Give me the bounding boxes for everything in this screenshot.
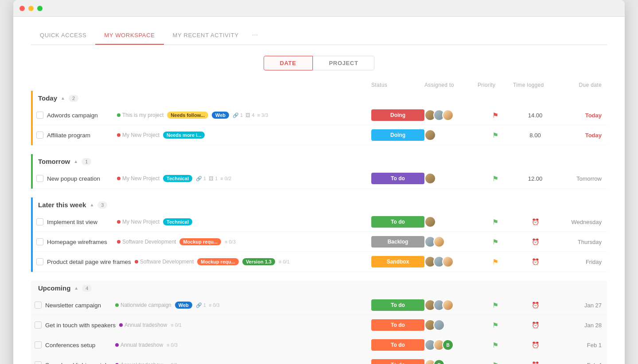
tasks-list: New popup creationMy New ProjectTechnica… [31,169,607,189]
task-info: Product detail page wire framesSoftware … [47,258,371,265]
priority-flag-icon: ⚑ [492,131,498,139]
section-title: Today [38,94,57,102]
task-meta: ≡ 0/1 [171,322,182,328]
task-tag[interactable]: Needs more i... [163,132,205,139]
task-name: New popup creation [47,175,113,182]
tab-quick-access[interactable]: QUICK ACCESS [31,27,95,44]
project-ref: Annual tradeshow [119,322,167,328]
task-checkbox[interactable] [35,321,42,329]
status-cell[interactable]: Doing [371,109,424,121]
time-logged-cell: ⏰ [513,341,557,349]
assigned-cell: B [424,359,478,364]
table-row: Conferences setupAnnual tradeshow≡ 0/3To… [31,335,607,355]
tab-more-button[interactable]: ··· [248,26,262,44]
due-date-cell: Today [557,112,602,119]
status-cell[interactable]: Doing [371,129,424,141]
task-checkbox[interactable] [36,175,43,182]
clock-icon: ⏰ [532,341,539,349]
task-checkbox[interactable] [36,132,43,139]
priority-cell[interactable]: ⚑ [478,174,513,183]
task-meta: ≡ 0/3 [225,239,236,244]
priority-cell[interactable]: ⚑ [478,301,513,310]
clock-icon: ⏰ [532,321,539,329]
project-ref: My New Project [117,132,160,138]
due-date-cell: Today [557,132,602,139]
task-name: Conferences setup [45,342,112,349]
chevron-icon[interactable]: ▲ [74,159,78,164]
task-checkbox[interactable] [36,238,43,245]
close-dot[interactable] [19,6,25,11]
task-name: Product detail page wire frames [47,259,131,265]
task-checkbox[interactable] [35,361,42,364]
table-row: Get in touch with speakersAnnual tradesh… [31,315,607,335]
task-checkbox[interactable] [35,302,42,309]
chevron-icon[interactable]: ▲ [61,96,65,101]
status-badge: To do [371,216,424,228]
task-info: Homepage wireframesSoftware DevelopmentM… [47,238,371,245]
tasks-list: Implement list viewMy New ProjectTechnic… [31,212,607,272]
assigned-cell [424,319,478,331]
assigned-cell: B [424,339,478,351]
priority-cell[interactable]: ⚑ [478,258,513,266]
project-ref: Software Development [117,239,176,245]
status-cell[interactable]: To do [371,319,424,331]
project-ref: Software Development [135,259,194,265]
minimize-dot[interactable] [28,6,34,11]
priority-cell[interactable]: ⚑ [478,111,513,120]
task-tag[interactable]: Needs follow... [167,112,208,119]
status-cell[interactable]: Backlog [371,236,424,248]
chevron-icon[interactable]: ▲ [74,286,78,290]
priority-flag-icon: ⚑ [492,301,498,310]
meta-list-count: ≡ 0/1 [279,259,290,264]
project-name: This is my project [122,112,163,118]
project-toggle-button[interactable]: PROJECT [313,56,375,70]
chevron-icon[interactable]: ▲ [89,202,94,207]
status-badge: To do [371,319,424,331]
assigned-column-header: Assigned to [424,82,478,88]
task-checkbox[interactable] [36,218,43,225]
task-tag[interactable]: Web [212,112,229,119]
table-row: New popup creationMy New ProjectTechnica… [33,169,607,189]
project-name: Nationwide campaign [121,302,171,308]
priority-cell[interactable]: ⚑ [478,238,513,246]
section-title: Tomorrow [38,158,70,165]
task-checkbox[interactable] [36,112,43,119]
priority-cell[interactable]: ⚑ [478,341,513,349]
task-tag[interactable]: Technical [163,175,192,182]
section-badge: 3 [97,201,107,209]
priority-flag-icon: ⚑ [492,361,498,364]
status-cell[interactable]: To do [371,216,424,228]
priority-cell[interactable]: ⚑ [478,321,513,329]
table-row: Affiliate programMy New ProjectNeeds mor… [33,125,607,145]
status-cell[interactable]: To do [371,359,424,364]
priority-cell[interactable]: ⚑ [478,131,513,139]
task-checkbox[interactable] [35,341,42,349]
maximize-dot[interactable] [37,6,43,11]
priority-cell[interactable]: ⚑ [478,361,513,364]
tab-my-recent-activity[interactable]: MY RECENT ACTIVITY [164,27,248,44]
status-badge: To do [371,359,424,364]
section-title: Upcoming [38,284,70,292]
task-tag[interactable]: Technical [163,218,192,225]
status-cell[interactable]: To do [371,299,424,311]
task-name: Adwords campaign [47,112,113,119]
task-tag[interactable]: Version 1.3 [242,258,275,265]
status-cell[interactable]: To do [371,339,424,351]
date-toggle-button[interactable]: DATE [264,56,313,70]
status-cell[interactable]: Sandbox [371,256,424,267]
task-checkbox[interactable] [36,258,43,265]
task-tag[interactable]: Mockup requ... [197,258,239,265]
status-cell[interactable]: To do [371,173,424,184]
priority-flag-icon: ⚑ [492,218,498,226]
table-row: Homepage wireframesSoftware DevelopmentM… [33,232,607,252]
task-tag[interactable]: Mockup requ... [179,238,221,245]
due-date-cell: Feb 4 [557,362,602,364]
time-logged-cell: ⏰ [513,258,557,265]
project-ref: This is my project [117,112,163,118]
priority-cell[interactable]: ⚑ [478,218,513,226]
tab-my-workspace[interactable]: MY WORKSPACE [95,27,163,44]
priority-flag-icon: ⚑ [492,111,498,120]
task-name: Get in touch with speakers [45,322,116,329]
due-date-cell: Jan 28 [557,322,602,329]
task-tag[interactable]: Web [175,302,192,309]
